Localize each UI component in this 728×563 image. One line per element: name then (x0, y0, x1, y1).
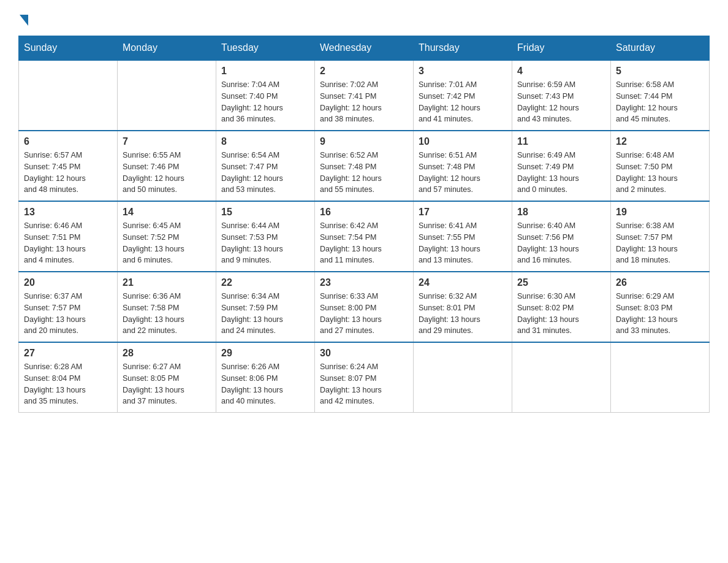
weekday-header-wednesday: Wednesday (315, 36, 414, 61)
weekday-header-row: SundayMondayTuesdayWednesdayThursdayFrid… (19, 36, 710, 61)
day-number: 2 (320, 66, 408, 77)
day-info: Sunrise: 6:55 AM Sunset: 7:46 PM Dayligh… (123, 150, 211, 196)
day-info: Sunrise: 6:24 AM Sunset: 8:07 PM Dayligh… (320, 361, 408, 407)
calendar-cell: 14Sunrise: 6:45 AM Sunset: 7:52 PM Dayli… (118, 201, 216, 272)
day-number: 3 (419, 66, 507, 77)
day-number: 12 (616, 136, 704, 147)
calendar-week-row: 6Sunrise: 6:57 AM Sunset: 7:45 PM Daylig… (19, 131, 710, 201)
day-number: 20 (24, 277, 112, 288)
day-info: Sunrise: 6:40 AM Sunset: 7:56 PM Dayligh… (517, 220, 605, 266)
calendar-cell: 10Sunrise: 6:51 AM Sunset: 7:48 PM Dayli… (414, 131, 512, 201)
day-info: Sunrise: 6:36 AM Sunset: 7:58 PM Dayligh… (123, 291, 211, 337)
calendar-cell: 21Sunrise: 6:36 AM Sunset: 7:58 PM Dayli… (118, 272, 216, 342)
day-info: Sunrise: 6:49 AM Sunset: 7:49 PM Dayligh… (517, 150, 605, 196)
day-number: 17 (419, 207, 507, 218)
day-info: Sunrise: 6:37 AM Sunset: 7:57 PM Dayligh… (24, 291, 112, 337)
day-number: 16 (320, 207, 408, 218)
weekday-header-monday: Monday (118, 36, 216, 61)
calendar-cell: 4Sunrise: 6:59 AM Sunset: 7:43 PM Daylig… (512, 60, 611, 131)
calendar-cell: 29Sunrise: 6:26 AM Sunset: 8:06 PM Dayli… (216, 342, 315, 413)
calendar-cell: 26Sunrise: 6:29 AM Sunset: 8:03 PM Dayli… (611, 272, 710, 342)
calendar-cell: 18Sunrise: 6:40 AM Sunset: 7:56 PM Dayli… (512, 201, 611, 272)
day-number: 14 (123, 207, 211, 218)
calendar-cell: 2Sunrise: 7:02 AM Sunset: 7:41 PM Daylig… (315, 60, 414, 131)
day-number: 15 (221, 207, 309, 218)
day-number: 4 (517, 66, 605, 77)
calendar-cell: 28Sunrise: 6:27 AM Sunset: 8:05 PM Dayli… (118, 342, 216, 413)
day-info: Sunrise: 6:38 AM Sunset: 7:57 PM Dayligh… (616, 220, 704, 266)
day-number: 6 (24, 136, 112, 147)
day-number: 27 (24, 348, 112, 359)
day-info: Sunrise: 6:28 AM Sunset: 8:04 PM Dayligh… (24, 361, 112, 407)
calendar-table: SundayMondayTuesdayWednesdayThursdayFrid… (18, 36, 710, 413)
day-info: Sunrise: 6:26 AM Sunset: 8:06 PM Dayligh… (221, 361, 309, 407)
calendar-cell: 7Sunrise: 6:55 AM Sunset: 7:46 PM Daylig… (118, 131, 216, 201)
day-info: Sunrise: 6:58 AM Sunset: 7:44 PM Dayligh… (616, 79, 704, 125)
day-info: Sunrise: 6:29 AM Sunset: 8:03 PM Dayligh… (616, 291, 704, 337)
day-info: Sunrise: 6:45 AM Sunset: 7:52 PM Dayligh… (123, 220, 211, 266)
calendar-cell (611, 342, 710, 413)
weekday-header-friday: Friday (512, 36, 611, 61)
calendar-cell (414, 342, 512, 413)
calendar-cell: 25Sunrise: 6:30 AM Sunset: 8:02 PM Dayli… (512, 272, 611, 342)
weekday-header-thursday: Thursday (414, 36, 512, 61)
calendar-cell: 9Sunrise: 6:52 AM Sunset: 7:48 PM Daylig… (315, 131, 414, 201)
day-info: Sunrise: 6:48 AM Sunset: 7:50 PM Dayligh… (616, 150, 704, 196)
calendar-cell: 17Sunrise: 6:41 AM Sunset: 7:55 PM Dayli… (414, 201, 512, 272)
calendar-cell: 16Sunrise: 6:42 AM Sunset: 7:54 PM Dayli… (315, 201, 414, 272)
calendar-cell (19, 60, 118, 131)
calendar-cell: 22Sunrise: 6:34 AM Sunset: 7:59 PM Dayli… (216, 272, 315, 342)
day-number: 26 (616, 277, 704, 288)
day-info: Sunrise: 6:34 AM Sunset: 7:59 PM Dayligh… (221, 291, 309, 337)
calendar-cell: 20Sunrise: 6:37 AM Sunset: 7:57 PM Dayli… (19, 272, 118, 342)
calendar-week-row: 27Sunrise: 6:28 AM Sunset: 8:04 PM Dayli… (19, 342, 710, 413)
calendar-cell: 23Sunrise: 6:33 AM Sunset: 8:00 PM Dayli… (315, 272, 414, 342)
calendar-cell: 1Sunrise: 7:04 AM Sunset: 7:40 PM Daylig… (216, 60, 315, 131)
weekday-header-sunday: Sunday (19, 36, 118, 61)
calendar-week-row: 1Sunrise: 7:04 AM Sunset: 7:40 PM Daylig… (19, 60, 710, 131)
day-number: 30 (320, 348, 408, 359)
calendar-cell: 30Sunrise: 6:24 AM Sunset: 8:07 PM Dayli… (315, 342, 414, 413)
day-number: 19 (616, 207, 704, 218)
day-number: 18 (517, 207, 605, 218)
day-number: 8 (221, 136, 309, 147)
calendar-cell: 19Sunrise: 6:38 AM Sunset: 7:57 PM Dayli… (611, 201, 710, 272)
day-info: Sunrise: 7:02 AM Sunset: 7:41 PM Dayligh… (320, 79, 408, 125)
calendar-cell: 3Sunrise: 7:01 AM Sunset: 7:42 PM Daylig… (414, 60, 512, 131)
day-info: Sunrise: 6:57 AM Sunset: 7:45 PM Dayligh… (24, 150, 112, 196)
day-number: 28 (123, 348, 211, 359)
logo-arrow-icon (20, 15, 28, 26)
day-info: Sunrise: 6:30 AM Sunset: 8:02 PM Dayligh… (517, 291, 605, 337)
day-info: Sunrise: 6:59 AM Sunset: 7:43 PM Dayligh… (517, 79, 605, 125)
day-number: 29 (221, 348, 309, 359)
day-number: 23 (320, 277, 408, 288)
day-info: Sunrise: 6:44 AM Sunset: 7:53 PM Dayligh… (221, 220, 309, 266)
calendar-cell: 13Sunrise: 6:46 AM Sunset: 7:51 PM Dayli… (19, 201, 118, 272)
calendar-cell: 8Sunrise: 6:54 AM Sunset: 7:47 PM Daylig… (216, 131, 315, 201)
calendar-cell: 15Sunrise: 6:44 AM Sunset: 7:53 PM Dayli… (216, 201, 315, 272)
day-info: Sunrise: 6:46 AM Sunset: 7:51 PM Dayligh… (24, 220, 112, 266)
day-number: 11 (517, 136, 605, 147)
calendar-cell: 12Sunrise: 6:48 AM Sunset: 7:50 PM Dayli… (611, 131, 710, 201)
day-info: Sunrise: 6:51 AM Sunset: 7:48 PM Dayligh… (419, 150, 507, 196)
day-info: Sunrise: 6:32 AM Sunset: 8:01 PM Dayligh… (419, 291, 507, 337)
day-info: Sunrise: 6:27 AM Sunset: 8:05 PM Dayligh… (123, 361, 211, 407)
day-number: 13 (24, 207, 112, 218)
calendar-cell: 11Sunrise: 6:49 AM Sunset: 7:49 PM Dayli… (512, 131, 611, 201)
day-info: Sunrise: 6:41 AM Sunset: 7:55 PM Dayligh… (419, 220, 507, 266)
day-info: Sunrise: 6:33 AM Sunset: 8:00 PM Dayligh… (320, 291, 408, 337)
calendar-cell: 24Sunrise: 6:32 AM Sunset: 8:01 PM Dayli… (414, 272, 512, 342)
logo (18, 12, 28, 23)
weekday-header-saturday: Saturday (611, 36, 710, 61)
calendar-cell: 27Sunrise: 6:28 AM Sunset: 8:04 PM Dayli… (19, 342, 118, 413)
day-info: Sunrise: 6:42 AM Sunset: 7:54 PM Dayligh… (320, 220, 408, 266)
calendar-week-row: 13Sunrise: 6:46 AM Sunset: 7:51 PM Dayli… (19, 201, 710, 272)
day-number: 7 (123, 136, 211, 147)
day-info: Sunrise: 6:54 AM Sunset: 7:47 PM Dayligh… (221, 150, 309, 196)
day-number: 25 (517, 277, 605, 288)
calendar-cell (512, 342, 611, 413)
day-number: 22 (221, 277, 309, 288)
day-info: Sunrise: 7:01 AM Sunset: 7:42 PM Dayligh… (419, 79, 507, 125)
day-info: Sunrise: 7:04 AM Sunset: 7:40 PM Dayligh… (221, 79, 309, 125)
day-number: 5 (616, 66, 704, 77)
